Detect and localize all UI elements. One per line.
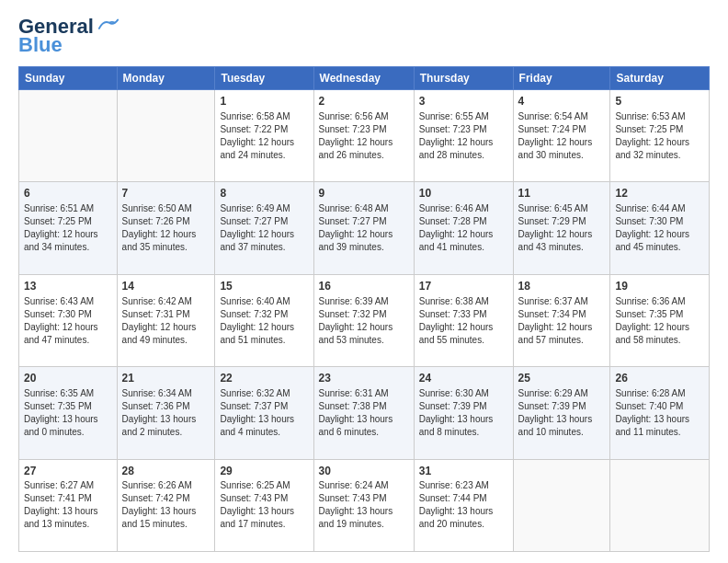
day-info: Sunrise: 6:48 AM Sunset: 7:27 PM Dayligh… [319, 202, 409, 254]
calendar-cell: 4Sunrise: 6:54 AM Sunset: 7:24 PM Daylig… [513, 90, 610, 182]
calendar-cell: 7Sunrise: 6:50 AM Sunset: 7:26 PM Daylig… [117, 182, 215, 274]
day-number: 26 [615, 371, 704, 386]
day-info: Sunrise: 6:56 AM Sunset: 7:23 PM Dayligh… [319, 110, 409, 162]
calendar-cell: 19Sunrise: 6:36 AM Sunset: 7:35 PM Dayli… [610, 274, 710, 366]
day-info: Sunrise: 6:51 AM Sunset: 7:25 PM Dayligh… [24, 202, 112, 254]
day-info: Sunrise: 6:35 AM Sunset: 7:35 PM Dayligh… [24, 387, 112, 439]
weekday-header-thursday: Thursday [414, 67, 513, 90]
day-number: 13 [24, 279, 112, 294]
day-number: 15 [220, 279, 308, 294]
weekday-header-monday: Monday [117, 67, 215, 90]
day-info: Sunrise: 6:28 AM Sunset: 7:40 PM Dayligh… [615, 387, 704, 439]
calendar-cell: 11Sunrise: 6:45 AM Sunset: 7:29 PM Dayli… [513, 182, 610, 274]
calendar-cell: 26Sunrise: 6:28 AM Sunset: 7:40 PM Dayli… [610, 367, 710, 459]
day-info: Sunrise: 6:38 AM Sunset: 7:33 PM Dayligh… [419, 295, 508, 347]
calendar-cell [610, 459, 710, 551]
day-number: 8 [220, 186, 308, 201]
calendar-cell: 20Sunrise: 6:35 AM Sunset: 7:35 PM Dayli… [19, 367, 118, 459]
calendar-cell: 1Sunrise: 6:58 AM Sunset: 7:22 PM Daylig… [215, 90, 313, 182]
calendar-cell: 23Sunrise: 6:31 AM Sunset: 7:38 PM Dayli… [313, 367, 414, 459]
calendar-cell: 13Sunrise: 6:43 AM Sunset: 7:30 PM Dayli… [19, 274, 118, 366]
day-info: Sunrise: 6:30 AM Sunset: 7:39 PM Dayligh… [419, 387, 508, 439]
calendar-cell [19, 90, 118, 182]
day-info: Sunrise: 6:36 AM Sunset: 7:35 PM Dayligh… [615, 295, 704, 347]
calendar-cell: 24Sunrise: 6:30 AM Sunset: 7:39 PM Dayli… [414, 367, 513, 459]
day-info: Sunrise: 6:31 AM Sunset: 7:38 PM Dayligh… [319, 387, 409, 439]
day-number: 25 [518, 371, 606, 386]
day-number: 2 [319, 94, 409, 109]
day-number: 23 [319, 371, 409, 386]
calendar-cell: 10Sunrise: 6:46 AM Sunset: 7:28 PM Dayli… [414, 182, 513, 274]
calendar-cell [117, 90, 215, 182]
day-number: 10 [419, 186, 508, 201]
day-number: 20 [24, 371, 112, 386]
weekday-header-friday: Friday [513, 67, 610, 90]
day-info: Sunrise: 6:55 AM Sunset: 7:23 PM Dayligh… [419, 110, 508, 162]
calendar-cell: 30Sunrise: 6:24 AM Sunset: 7:43 PM Dayli… [313, 459, 414, 551]
calendar-cell: 8Sunrise: 6:49 AM Sunset: 7:27 PM Daylig… [215, 182, 313, 274]
weekday-header-saturday: Saturday [610, 67, 710, 90]
calendar-cell: 27Sunrise: 6:27 AM Sunset: 7:41 PM Dayli… [19, 459, 118, 551]
calendar-week-row: 27Sunrise: 6:27 AM Sunset: 7:41 PM Dayli… [19, 459, 710, 551]
day-info: Sunrise: 6:42 AM Sunset: 7:31 PM Dayligh… [122, 295, 210, 347]
day-info: Sunrise: 6:45 AM Sunset: 7:29 PM Dayligh… [518, 202, 606, 254]
day-number: 31 [419, 464, 508, 479]
calendar-week-row: 6Sunrise: 6:51 AM Sunset: 7:25 PM Daylig… [19, 182, 710, 274]
day-number: 22 [220, 371, 308, 386]
header: General Blue [18, 15, 710, 57]
day-number: 19 [615, 279, 704, 294]
day-info: Sunrise: 6:32 AM Sunset: 7:37 PM Dayligh… [220, 387, 308, 439]
day-info: Sunrise: 6:39 AM Sunset: 7:32 PM Dayligh… [319, 295, 409, 347]
calendar-cell: 5Sunrise: 6:53 AM Sunset: 7:25 PM Daylig… [610, 90, 710, 182]
day-number: 5 [615, 94, 704, 109]
weekday-header-wednesday: Wednesday [313, 67, 414, 90]
day-info: Sunrise: 6:44 AM Sunset: 7:30 PM Dayligh… [615, 202, 704, 254]
calendar-week-row: 20Sunrise: 6:35 AM Sunset: 7:35 PM Dayli… [19, 367, 710, 459]
calendar-cell: 31Sunrise: 6:23 AM Sunset: 7:44 PM Dayli… [414, 459, 513, 551]
day-number: 12 [615, 186, 704, 201]
calendar-cell [513, 459, 610, 551]
logo: General Blue [18, 15, 119, 57]
calendar-cell: 2Sunrise: 6:56 AM Sunset: 7:23 PM Daylig… [313, 90, 414, 182]
day-number: 4 [518, 94, 606, 109]
calendar-cell: 15Sunrise: 6:40 AM Sunset: 7:32 PM Dayli… [215, 274, 313, 366]
day-info: Sunrise: 6:25 AM Sunset: 7:43 PM Dayligh… [220, 479, 308, 531]
day-info: Sunrise: 6:43 AM Sunset: 7:30 PM Dayligh… [24, 295, 112, 347]
day-info: Sunrise: 6:58 AM Sunset: 7:22 PM Dayligh… [220, 110, 308, 162]
calendar-header-row: SundayMondayTuesdayWednesdayThursdayFrid… [19, 67, 710, 90]
day-number: 1 [220, 94, 308, 109]
day-info: Sunrise: 6:23 AM Sunset: 7:44 PM Dayligh… [419, 479, 508, 531]
day-number: 28 [122, 464, 210, 479]
day-number: 14 [122, 279, 210, 294]
day-info: Sunrise: 6:24 AM Sunset: 7:43 PM Dayligh… [319, 479, 409, 531]
day-number: 11 [518, 186, 606, 201]
calendar-week-row: 1Sunrise: 6:58 AM Sunset: 7:22 PM Daylig… [19, 90, 710, 182]
calendar-cell: 14Sunrise: 6:42 AM Sunset: 7:31 PM Dayli… [117, 274, 215, 366]
calendar-cell: 9Sunrise: 6:48 AM Sunset: 7:27 PM Daylig… [313, 182, 414, 274]
day-number: 21 [122, 371, 210, 386]
day-number: 29 [220, 464, 308, 479]
day-number: 6 [24, 186, 112, 201]
calendar-table: SundayMondayTuesdayWednesdayThursdayFrid… [18, 66, 710, 552]
logo-bird-icon [97, 18, 119, 31]
calendar-week-row: 13Sunrise: 6:43 AM Sunset: 7:30 PM Dayli… [19, 274, 710, 366]
day-info: Sunrise: 6:26 AM Sunset: 7:42 PM Dayligh… [122, 479, 210, 531]
day-info: Sunrise: 6:37 AM Sunset: 7:34 PM Dayligh… [518, 295, 606, 347]
day-number: 3 [419, 94, 508, 109]
day-number: 9 [319, 186, 409, 201]
calendar-cell: 22Sunrise: 6:32 AM Sunset: 7:37 PM Dayli… [215, 367, 313, 459]
day-info: Sunrise: 6:54 AM Sunset: 7:24 PM Dayligh… [518, 110, 606, 162]
day-info: Sunrise: 6:40 AM Sunset: 7:32 PM Dayligh… [220, 295, 308, 347]
calendar-cell: 3Sunrise: 6:55 AM Sunset: 7:23 PM Daylig… [414, 90, 513, 182]
day-info: Sunrise: 6:27 AM Sunset: 7:41 PM Dayligh… [24, 479, 112, 531]
logo-blue: Blue [18, 33, 63, 57]
calendar-cell: 25Sunrise: 6:29 AM Sunset: 7:39 PM Dayli… [513, 367, 610, 459]
day-info: Sunrise: 6:34 AM Sunset: 7:36 PM Dayligh… [122, 387, 210, 439]
calendar-cell: 6Sunrise: 6:51 AM Sunset: 7:25 PM Daylig… [19, 182, 118, 274]
day-number: 30 [319, 464, 409, 479]
day-number: 27 [24, 464, 112, 479]
page: General Blue SundayMondayTuesdayWednesda… [0, 0, 728, 563]
day-info: Sunrise: 6:50 AM Sunset: 7:26 PM Dayligh… [122, 202, 210, 254]
day-number: 17 [419, 279, 508, 294]
day-info: Sunrise: 6:29 AM Sunset: 7:39 PM Dayligh… [518, 387, 606, 439]
